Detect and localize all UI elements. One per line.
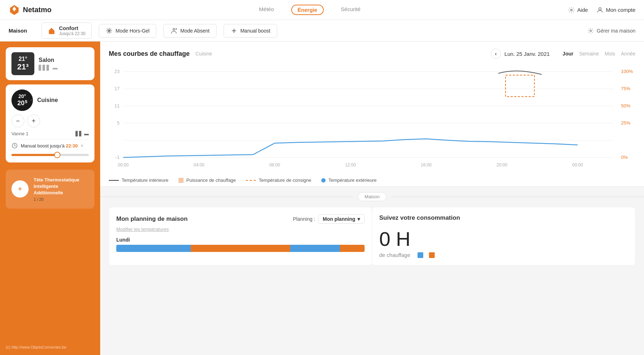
svg-text:-1: -1 [116, 155, 120, 160]
boost-time: 22:30 [66, 143, 78, 149]
cuisine-actual-temp: 20⁵ [17, 99, 27, 107]
period-annee[interactable]: Année [621, 51, 635, 57]
mode-hors-gel-button[interactable]: Mode Hors-Gel [99, 24, 156, 38]
chart-nav: ‹ Lun. 25 Janv. 2021 [491, 49, 550, 59]
chart-title: Mes courbes de chauffage [109, 50, 190, 58]
svg-text:11: 11 [114, 103, 120, 108]
account-icon [596, 6, 604, 14]
period-semaine[interactable]: Semaine [579, 51, 599, 57]
svg-rect-38 [506, 75, 535, 97]
legend-label-consigne: Température de consigne [259, 178, 311, 183]
legend-ext: Température extérieure [321, 178, 376, 183]
cons-blue-dot [418, 252, 423, 258]
home-label: Maison [9, 28, 27, 34]
cons-blue-item [418, 252, 423, 258]
sidebar-footer: (c) http://www.ObjetsConnectes.be [6, 339, 94, 349]
svg-text:23: 23 [114, 69, 120, 74]
cuisine-top: 20° 20⁵ ▼ Cuisine [11, 89, 89, 111]
period-jour[interactable]: Jour [562, 51, 573, 57]
add-device-sub: 1 / 20 [34, 197, 89, 201]
cuisine-controls: − + [11, 115, 89, 127]
top-navigation: Netatmo Météo Énergie Sécurité Aide Mon … [0, 0, 644, 20]
logo-text: Netatmo [23, 6, 52, 14]
gerer-maison-button[interactable]: Gérer ma maison [587, 28, 635, 34]
period-mois[interactable]: Mois [605, 51, 615, 57]
cuisine-arrow: ▼ [29, 98, 34, 103]
home-icon [48, 27, 55, 35]
nav-securite[interactable]: Sécurité [335, 5, 366, 15]
absent-label: Mode Absent [180, 28, 210, 34]
lundi-seg-4 [340, 245, 365, 252]
hors-gel-label: Mode Hors-Gel [116, 28, 150, 34]
consumption-sub: de chauffage [379, 252, 410, 258]
decrease-temp-button[interactable]: − [11, 115, 24, 127]
nav-meteo[interactable]: Météo [253, 5, 280, 15]
cons-orange-item [429, 252, 435, 258]
svg-text:17: 17 [114, 86, 120, 91]
battery-icon: ▬ [53, 65, 58, 70]
svg-point-3 [599, 8, 601, 10]
planning-title: Mon planning de maison [116, 215, 187, 223]
manual-boost-button[interactable]: Manual boost [224, 24, 277, 38]
sidebar: 21° 21³ Salon ▋▋▋ ▬ 20° 20⁵ ▼ Cuisi [0, 42, 100, 355]
compte-label: Mon compte [606, 7, 635, 13]
increase-temp-button[interactable]: + [27, 115, 40, 127]
netatmo-logo-icon [9, 4, 20, 16]
chart-area: 23 17 11 5 -1 100% 75% 50% 25% 0% 00:00 … [109, 64, 635, 179]
sub-navigation: Maison Confort Jusqu'à 22:30 Mode Hors-G… [0, 20, 644, 42]
plus-icon [230, 27, 238, 34]
salon-name: Salon [39, 57, 89, 63]
aide-button[interactable]: Aide [568, 6, 588, 14]
legend-dashed-consigne [246, 180, 256, 181]
vanne-icons: ▋▋ ▬ [75, 131, 89, 136]
svg-text:5: 5 [117, 120, 119, 126]
salon-set-temp: 21° [19, 56, 27, 62]
add-device-info: Tête Thermostatique Intelligente Additio… [34, 177, 89, 201]
cuisine-set-temp: 20° [18, 93, 26, 99]
salon-card[interactable]: 21° 21³ Salon ▋▋▋ ▬ [6, 47, 94, 80]
svg-point-13 [590, 30, 592, 31]
boost-close-button[interactable]: × [80, 143, 83, 149]
chart-legend: Température intérieure Puissance de chau… [109, 178, 635, 183]
mode-absent-button[interactable]: Mode Absent [164, 24, 216, 38]
cuisine-card[interactable]: 20° 20⁵ ▼ Cuisine − + Vanne 1 ▋▋ ▬ [6, 84, 94, 162]
planning-header: Mon planning de maison Planning : Mon pl… [116, 214, 365, 224]
modify-temperatures-link[interactable]: Modifier les températures [116, 227, 365, 232]
vanne-row: Vanne 1 ▋▋ ▬ [11, 131, 89, 136]
lundi-row: Lundi [116, 237, 365, 252]
nav-energie[interactable]: Énergie [291, 5, 324, 15]
divider-line-left [100, 196, 353, 197]
boost-row: Manual boost jusqu'à 22:30 × [11, 139, 89, 149]
boost-clock-icon [11, 142, 18, 149]
divider-tag: Maison [358, 192, 386, 201]
chart-prev-button[interactable]: ‹ [491, 49, 501, 59]
legend-puissance: Puissance de chauffage [179, 178, 236, 183]
svg-text:75%: 75% [621, 86, 631, 91]
salon-icons: ▋▋▋ ▬ [39, 65, 89, 70]
chart-header: Mes courbes de chauffage Cuisine ‹ Lun. … [109, 49, 635, 59]
chart-svg: 23 17 11 5 -1 100% 75% 50% 25% 0% 00:00 … [109, 64, 635, 172]
svg-text:0%: 0% [621, 155, 628, 160]
comfort-button[interactable]: Confort Jusqu'à 22:30 [42, 23, 92, 39]
svg-text:08:00: 08:00 [269, 162, 280, 167]
mon-compte-button[interactable]: Mon compte [596, 6, 635, 14]
consumption-section: Suivez votre consommation 0 H de chauffa… [372, 207, 635, 266]
comfort-label: Confort [59, 25, 86, 31]
consumption-value: 0 H [379, 227, 410, 251]
boost-slider[interactable] [11, 154, 89, 156]
planning-dropdown[interactable]: Mon planning ▾ [318, 214, 365, 224]
main-layout: 21° 21³ Salon ▋▋▋ ▬ 20° 20⁵ ▼ Cuisi [0, 42, 644, 355]
salon-info: Salon ▋▋▋ ▬ [39, 57, 89, 70]
svg-text:20:00: 20:00 [497, 162, 508, 167]
logo: Netatmo [9, 4, 52, 16]
signal-icon: ▋▋▋ [39, 65, 50, 70]
add-device-card[interactable]: + Tête Thermostatique Intelligente Addit… [6, 170, 94, 209]
boost-label-text: Manual boost jusqu'à [21, 143, 64, 149]
bottom-grid: Mon planning de maison Planning : Mon pl… [109, 207, 635, 266]
section-divider: Maison [100, 186, 644, 207]
boost-text: Manual boost jusqu'à 22:30 [21, 143, 78, 149]
legend-label-temp-int: Température intérieure [122, 178, 169, 183]
legend-square-puissance [179, 178, 184, 183]
legend-dot-ext [321, 178, 326, 183]
lundi-bar [116, 245, 365, 252]
